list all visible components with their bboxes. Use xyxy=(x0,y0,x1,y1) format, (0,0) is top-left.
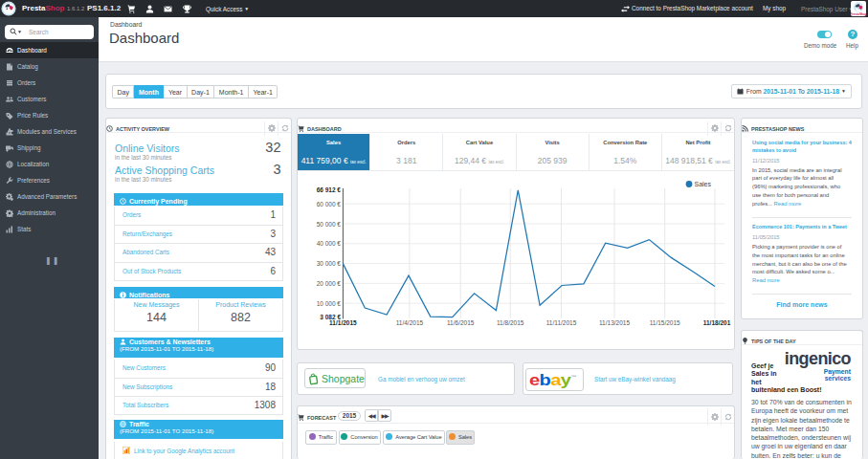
svg-text:PrestaShop: PrestaShop xyxy=(851,12,866,16)
svg-text:11/8/2015: 11/8/2015 xyxy=(497,319,524,326)
svg-text:11/6/2015: 11/6/2015 xyxy=(447,319,475,326)
svg-text:60 000 €: 60 000 € xyxy=(317,201,342,208)
svg-text:10 000 €: 10 000 € xyxy=(317,300,342,307)
svg-text:20 000 €: 20 000 € xyxy=(317,280,342,287)
svg-text:Sales: Sales xyxy=(695,181,712,187)
svg-text:11/18/201: 11/18/201 xyxy=(703,319,731,326)
svg-text:11/13/2015: 11/13/2015 xyxy=(599,319,630,326)
svg-text:11/11/2015: 11/11/2015 xyxy=(546,319,577,326)
svg-text:30 000 €: 30 000 € xyxy=(317,260,342,267)
svg-text:11/4/2015: 11/4/2015 xyxy=(396,319,424,326)
svg-text:11/1/2015: 11/1/2015 xyxy=(329,319,357,326)
svg-text:66 912 €: 66 912 € xyxy=(317,186,342,193)
svg-text:40 000 €: 40 000 € xyxy=(317,240,342,247)
svg-text:50 000 €: 50 000 € xyxy=(317,221,342,228)
svg-text:11/15/2015: 11/15/2015 xyxy=(650,319,680,326)
